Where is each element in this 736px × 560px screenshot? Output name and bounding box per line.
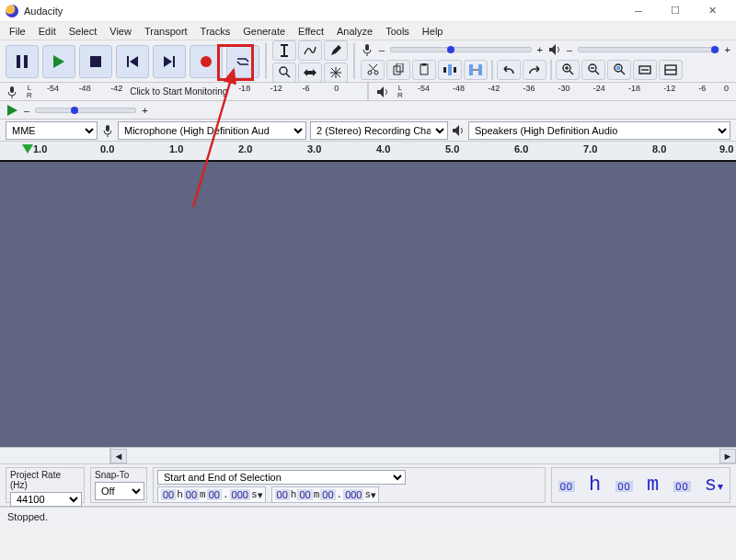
recording-volume-slider[interactable] — [390, 47, 531, 52]
close-button[interactable]: ✕ — [694, 0, 730, 22]
zoom-toggle-button[interactable] — [659, 60, 683, 80]
svg-rect-34 — [469, 64, 473, 75]
menu-effect[interactable]: Effect — [292, 24, 330, 39]
ruler-number: 1.0 — [33, 143, 47, 154]
meter-tick: -48 — [453, 84, 465, 93]
menu-select[interactable]: Select — [63, 24, 104, 39]
meter-tick: -42 — [488, 84, 500, 93]
svg-line-42 — [595, 71, 599, 74]
svg-rect-3 — [90, 56, 101, 67]
record-button[interactable] — [190, 45, 223, 78]
meter-tick: -54 — [47, 84, 59, 93]
menu-help[interactable]: Help — [416, 24, 450, 39]
timeshift-tool-button[interactable] — [298, 63, 322, 83]
skip-start-button[interactable] — [116, 45, 149, 78]
audio-position-display[interactable]: 00 h 00 m 00 s▾ — [551, 467, 730, 503]
menu-transport[interactable]: Transport — [138, 24, 194, 39]
fit-selection-button[interactable] — [607, 60, 631, 80]
selection-toolbar: Project Rate (Hz) 44100 Snap-To Off Star… — [0, 464, 736, 507]
playhead-icon[interactable] — [22, 144, 33, 154]
selection-mode-select[interactable]: Start and End of Selection — [157, 470, 406, 485]
pause-button[interactable] — [6, 45, 39, 78]
zoom-tool-button[interactable] — [272, 63, 296, 83]
stop-button[interactable] — [79, 45, 112, 78]
svg-rect-31 — [443, 67, 446, 73]
svg-rect-33 — [448, 64, 452, 75]
meter-tick: -24 — [593, 84, 605, 93]
trim-button[interactable] — [438, 60, 462, 80]
svg-rect-7 — [173, 56, 175, 67]
menu-file[interactable]: File — [3, 24, 32, 39]
maximize-button[interactable]: ☐ — [657, 0, 694, 22]
menu-tools[interactable]: Tools — [379, 24, 416, 39]
audio-host-select[interactable]: MME — [6, 121, 98, 140]
menu-generate[interactable]: Generate — [236, 24, 292, 39]
tracks-area[interactable] — [0, 162, 736, 448]
snap-to-select[interactable]: Off — [95, 482, 144, 500]
envelope-tool-button[interactable] — [298, 40, 322, 61]
recording-channels-select[interactable]: 2 (Stereo) Recording Chann — [310, 121, 448, 140]
svg-rect-30 — [422, 63, 426, 65]
playback-device-select[interactable]: Speakers (High Definition Audio — [468, 121, 730, 140]
title-bar: Audacity ─ ☐ ✕ — [0, 0, 736, 22]
ruler-number: 9.0 — [719, 143, 733, 154]
svg-line-46 — [621, 71, 625, 74]
recording-device-select[interactable]: Microphone (High Definition Aud — [118, 121, 306, 140]
play-button[interactable] — [42, 45, 75, 78]
start-monitoring-label[interactable]: Click to Start Monitoring — [130, 86, 227, 97]
mic-icon — [101, 124, 114, 137]
svg-marker-12 — [331, 45, 341, 55]
play-at-speed-button[interactable] — [7, 105, 18, 116]
ruler-number: 6.0 — [514, 143, 528, 154]
meter-tick: -12 — [270, 84, 282, 93]
svg-marker-54 — [7, 105, 17, 116]
undo-button[interactable] — [497, 60, 521, 80]
draw-tool-button[interactable] — [324, 40, 348, 61]
paste-button[interactable] — [412, 60, 436, 80]
fit-project-button[interactable] — [633, 60, 657, 80]
menu-edit[interactable]: Edit — [32, 24, 63, 39]
zoom-in-button[interactable] — [556, 60, 580, 80]
menu-tracks[interactable]: Tracks — [194, 24, 237, 39]
ruler-number: 8.0 — [652, 143, 666, 154]
svg-rect-10 — [281, 44, 288, 46]
menu-analyze[interactable]: Analyze — [330, 24, 379, 39]
cut-button[interactable] — [361, 60, 385, 80]
svg-marker-53 — [377, 86, 384, 97]
multi-tool-button[interactable] — [324, 63, 348, 83]
silence-button[interactable] — [464, 60, 488, 80]
speaker-level-icon — [548, 43, 561, 56]
recording-meter[interactable]: LR -54 -48 -42 Click to Start Monitoring… — [0, 83, 736, 101]
playback-meter[interactable]: -54 -48 -42 -36 -30 -24 -18 -12 -6 0 — [411, 84, 730, 100]
project-rate-select[interactable]: 44100 — [10, 492, 82, 507]
svg-rect-4 — [127, 56, 129, 67]
zoom-out-button[interactable] — [581, 60, 605, 80]
status-bar: Stopped. — [0, 507, 736, 525]
play-at-speed-toolbar: – + — [0, 101, 736, 120]
scroll-left-button[interactable]: ◄ — [110, 449, 127, 463]
svg-marker-2 — [53, 55, 64, 68]
menu-view[interactable]: View — [103, 24, 138, 39]
menu-bar: File Edit Select View Transport Tracks G… — [0, 22, 736, 40]
loop-button[interactable] — [226, 45, 259, 78]
minimize-button[interactable]: ─ — [620, 0, 657, 22]
svg-rect-32 — [454, 67, 456, 73]
project-rate-label: Project Rate (Hz) — [10, 470, 80, 490]
svg-rect-0 — [17, 55, 20, 68]
skip-end-button[interactable] — [153, 45, 186, 78]
svg-marker-57 — [453, 125, 459, 136]
scroll-right-button[interactable]: ► — [719, 449, 736, 463]
svg-rect-55 — [106, 125, 109, 131]
horizontal-scrollbar[interactable]: ◄ ► — [0, 448, 736, 464]
playback-speed-slider[interactable] — [35, 108, 136, 113]
selection-end-time[interactable]: 00h00m00.000s▾ — [271, 486, 380, 503]
svg-rect-20 — [365, 44, 369, 51]
selection-start-time[interactable]: 00h00m00.000s▾ — [157, 486, 266, 503]
channel-labels: LR — [395, 85, 406, 99]
playback-volume-slider[interactable] — [578, 47, 719, 52]
copy-button[interactable] — [386, 60, 410, 80]
timeline-ruler[interactable]: 1.0 0.0 1.0 2.0 3.0 4.0 5.0 6.0 7.0 8.0 … — [0, 142, 736, 162]
ruler-number: 5.0 — [445, 143, 459, 154]
redo-button[interactable] — [523, 60, 546, 80]
selection-tool-button[interactable] — [272, 40, 296, 61]
